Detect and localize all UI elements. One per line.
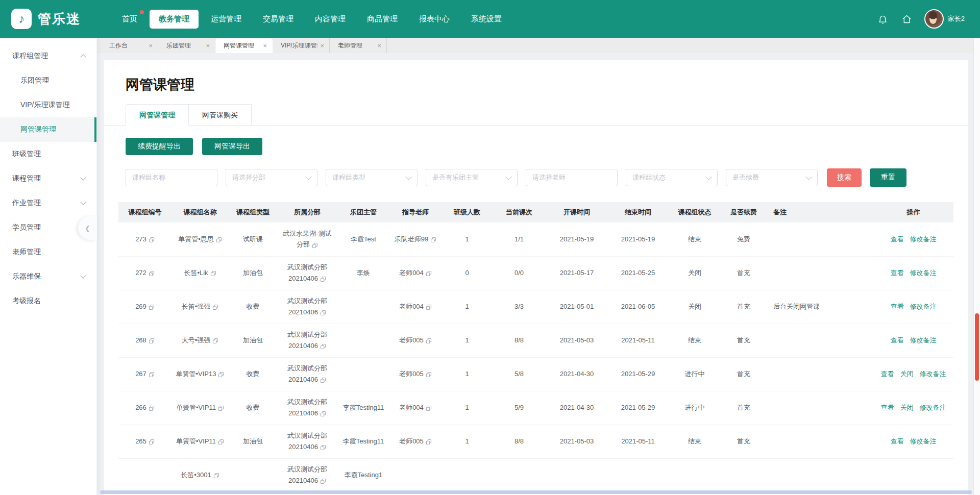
copy-icon[interactable] xyxy=(218,403,224,413)
copy-icon[interactable] xyxy=(213,470,219,481)
copy-icon[interactable] xyxy=(218,436,224,447)
renewal-reminder-export-button[interactable]: 续费提醒导出 xyxy=(126,138,193,155)
online-course-export-button[interactable]: 网管课导出 xyxy=(202,138,262,155)
copy-icon[interactable] xyxy=(426,436,432,447)
nav-item-label: 报表中心 xyxy=(419,14,450,23)
table-row: 272长笛•Lik加油包武汉测试分部 20210406李焕老师00400/020… xyxy=(118,256,953,290)
view-link[interactable]: 查看 xyxy=(891,437,904,445)
close-icon[interactable]: × xyxy=(377,42,381,50)
copy-icon[interactable] xyxy=(149,268,155,279)
edit-remark-link[interactable]: 修改备注 xyxy=(910,303,937,310)
close-icon[interactable]: × xyxy=(320,42,324,50)
sidebar-item-course-group-management[interactable]: 课程组管理 xyxy=(0,44,96,68)
home-icon[interactable] xyxy=(901,14,912,24)
copy-icon[interactable] xyxy=(320,341,326,352)
nav-item-transactions[interactable]: 交易管理 xyxy=(254,10,303,29)
copy-icon[interactable] xyxy=(426,268,432,279)
tab-online-course-management[interactable]: 网管课管理 xyxy=(126,104,189,126)
copy-icon[interactable] xyxy=(426,403,432,413)
close-link[interactable]: 关闭 xyxy=(900,404,914,411)
copy-icon[interactable] xyxy=(149,436,155,447)
view-tab-online-course-management[interactable]: 网管课管理× xyxy=(215,38,273,53)
edit-remark-link[interactable]: 修改备注 xyxy=(910,336,937,344)
vertical-scrollbar[interactable] xyxy=(973,38,980,495)
view-tab-vip-theory-course-management[interactable]: VIP/乐理课管理× xyxy=(273,38,330,53)
sidebar-item-exam-registration[interactable]: 考级报名 xyxy=(0,289,96,313)
copy-icon[interactable] xyxy=(212,302,218,312)
copy-icon[interactable] xyxy=(218,369,224,380)
view-tab-orchestra-management[interactable]: 乐团管理× xyxy=(158,38,215,53)
copy-icon[interactable] xyxy=(216,234,222,245)
bell-icon[interactable] xyxy=(877,14,888,24)
view-link[interactable]: 查看 xyxy=(881,404,894,411)
filter-course-group-status[interactable]: 课程组状态 xyxy=(626,169,718,186)
copy-icon[interactable] xyxy=(320,274,326,284)
copy-icon[interactable] xyxy=(426,369,432,380)
nav-item-products[interactable]: 商品管理 xyxy=(358,10,407,29)
vertical-scrollbar-thumb[interactable] xyxy=(975,313,979,381)
nav-item-academic-affairs[interactable]: 教务管理 xyxy=(150,10,199,29)
sidebar-item-homework-management[interactable]: 作业管理 xyxy=(0,191,96,215)
user-avatar[interactable] xyxy=(924,9,944,29)
copy-icon[interactable] xyxy=(210,268,216,279)
tab-online-course-purchase[interactable]: 网管课购买 xyxy=(188,104,252,126)
copy-icon[interactable] xyxy=(149,234,155,245)
copy-icon[interactable] xyxy=(426,335,432,346)
filter-is-renewal[interactable]: 是否续费 xyxy=(726,169,818,186)
sidebar-item-vip-theory-course-management[interactable]: VIP/乐理课管理 xyxy=(0,93,96,117)
nav-item-home[interactable]: 首页 xyxy=(113,10,146,29)
search-button[interactable]: 搜索 xyxy=(827,168,862,187)
view-tab-teacher-management[interactable]: 老师管理× xyxy=(330,38,387,53)
horizontal-scrollbar[interactable] xyxy=(100,490,972,494)
copy-icon[interactable] xyxy=(212,335,218,346)
filter-course-group-name[interactable]: 课程组名称 xyxy=(126,169,217,186)
copy-icon[interactable] xyxy=(320,375,326,385)
close-icon[interactable]: × xyxy=(206,42,210,50)
cell-supervisor xyxy=(337,324,389,357)
sidebar-item-class-management[interactable]: 班级管理 xyxy=(0,142,96,166)
nav-item-content[interactable]: 内容管理 xyxy=(306,10,355,29)
view-link[interactable]: 查看 xyxy=(891,303,904,310)
edit-remark-link[interactable]: 修改备注 xyxy=(910,437,937,445)
cell-text: 试听课 xyxy=(243,235,263,243)
edit-remark-link[interactable]: 修改备注 xyxy=(910,269,937,277)
sidebar-item-instrument-maintenance[interactable]: 乐器维保 xyxy=(0,264,96,289)
copy-icon[interactable] xyxy=(312,239,318,250)
nav-item-operations[interactable]: 运营管理 xyxy=(202,10,251,29)
copy-icon[interactable] xyxy=(426,302,432,312)
sidebar-item-course-management[interactable]: 课程管理 xyxy=(0,166,96,191)
view-link[interactable]: 查看 xyxy=(891,235,904,243)
copy-icon[interactable] xyxy=(149,335,155,346)
sidebar-item-teacher-management[interactable]: 老师管理 xyxy=(0,240,96,264)
close-link[interactable]: 关闭 xyxy=(900,370,914,378)
close-icon[interactable]: × xyxy=(149,42,153,50)
view-tab-workbench[interactable]: 工作台× xyxy=(101,38,158,53)
copy-icon[interactable] xyxy=(320,408,326,419)
sidebar-item-online-course-management[interactable]: 网管课管理 xyxy=(0,117,96,142)
copy-icon[interactable] xyxy=(430,234,436,245)
filter-teacher[interactable]: 请选择老师 xyxy=(526,169,618,186)
copy-icon[interactable] xyxy=(149,369,155,380)
nav-item-reports[interactable]: 报表中心 xyxy=(410,10,459,29)
edit-remark-link[interactable]: 修改备注 xyxy=(910,235,937,243)
filter-branch[interactable]: 请选择分部 xyxy=(226,169,317,186)
filter-has-orchestra-supervisor[interactable]: 是否有乐团主管 xyxy=(426,169,518,186)
view-link[interactable]: 查看 xyxy=(891,336,904,344)
view-link[interactable]: 查看 xyxy=(881,370,894,378)
app-brand[interactable]: ♪ 管乐迷 xyxy=(11,9,108,29)
copy-icon[interactable] xyxy=(149,403,155,413)
sidebar-item-orchestra-management[interactable]: 乐团管理 xyxy=(0,68,96,93)
reset-button[interactable]: 重置 xyxy=(870,168,906,187)
filter-course-group-type[interactable]: 课程组类型 xyxy=(326,169,418,186)
edit-remark-link[interactable]: 修改备注 xyxy=(920,404,946,411)
nav-item-system-settings[interactable]: 系统设置 xyxy=(462,10,511,29)
copy-icon[interactable] xyxy=(320,442,326,453)
edit-remark-link[interactable]: 修改备注 xyxy=(920,370,946,378)
close-icon[interactable]: × xyxy=(263,42,267,50)
copy-icon[interactable] xyxy=(149,302,155,312)
copy-icon[interactable] xyxy=(320,307,326,318)
cell-text: 1 xyxy=(465,404,469,411)
username[interactable]: 家长2 xyxy=(948,14,965,23)
view-link[interactable]: 查看 xyxy=(891,269,904,277)
copy-icon[interactable] xyxy=(320,476,326,486)
